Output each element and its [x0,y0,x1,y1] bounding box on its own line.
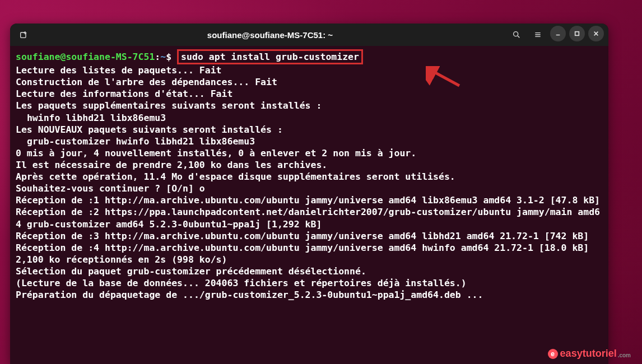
prompt-user: soufiane@soufiane-MS-7C51 [16,52,155,62]
minimize-button[interactable] [550,26,566,41]
watermark: e easytutoriel .com [548,348,631,360]
output-line: Les paquets supplémentaires suivants ser… [16,100,322,111]
svg-line-4 [518,36,519,38]
watermark-suffix: .com [618,352,631,358]
output-line: Sélection du paquet grub-customizer préc… [16,266,366,277]
output-line: Les NOUVEAUX paquets suivants seront ins… [16,124,283,135]
output-line: hwinfo libhd21 libx86emu3 [16,113,166,123]
maximize-button[interactable] [569,26,585,41]
output-line: Souhaitez-vous continuer ? [O/n] o [16,183,205,194]
output-line: Construction de l'arbre des dépendances.… [16,77,277,87]
prompt-path: ~ [160,52,166,62]
output-line: Réception de :2 https://ppa.launchpadcon… [16,207,600,229]
output-line: (Lecture de la base de données... 204063… [16,278,467,288]
search-button[interactable] [508,26,525,44]
watermark-icon: e [548,349,558,359]
prompt-symbol: $ [166,52,171,62]
output-line: Après cette opération, 11.4 Mo d'espace … [16,171,455,182]
svg-rect-9 [575,32,579,36]
output-line: Réception de :1 http://ma.archive.ubuntu… [16,195,600,206]
output-line: Lecture des informations d'état... Fait [16,88,232,99]
output-line: Réception de :4 http://ma.archive.ubuntu… [16,242,589,253]
output-line: Lecture des listes de paquets... Fait [16,65,222,76]
command-highlight: sudo apt install grub-customizer [177,49,363,64]
output-line: Préparation du dépaquetage de .../grub-c… [16,290,483,300]
close-button[interactable] [588,26,604,41]
menu-button[interactable] [529,26,547,44]
terminal-output[interactable]: soufiane@soufiane-MS-7C51:~$ sudo apt in… [10,46,608,304]
new-tab-button[interactable] [15,26,32,44]
output-line: 0 mis à jour, 4 nouvellement installés, … [16,148,416,158]
window-title: soufiane@soufiane-MS-7C51: ~ [37,30,503,40]
output-line: grub-customizer hwinfo libhd21 libx86emu… [16,136,255,147]
titlebar: soufiane@soufiane-MS-7C51: ~ [10,24,608,46]
output-line: 2,100 ko réceptionnés en 2s (998 ko/s) [16,254,227,265]
svg-point-3 [514,32,518,36]
watermark-text: easytutoriel [560,348,617,360]
output-line: Réception de :3 http://ma.archive.ubuntu… [16,231,589,241]
output-line: Il est nécessaire de prendre 2,100 ko da… [16,160,327,170]
terminal-window: soufiane@soufiane-MS-7C51: ~ soufiane@so… [10,24,608,364]
